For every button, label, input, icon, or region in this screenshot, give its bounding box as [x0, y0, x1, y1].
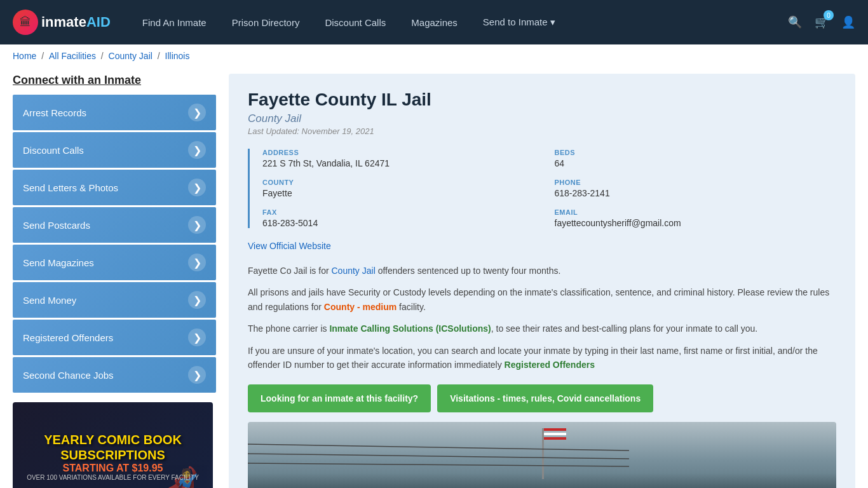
sidebar-item-label: Send Magazines — [23, 257, 94, 268]
main-content: Connect with an Inmate Arrest Records ❯ … — [0, 67, 868, 488]
cart-badge: 0 — [824, 10, 834, 20]
breadcrumb-home[interactable]: Home — [13, 51, 36, 61]
sidebar-item-label: Registered Offenders — [23, 332, 113, 343]
nav-find-inmate[interactable]: Find An Inmate — [142, 17, 207, 28]
breadcrumb-county-jail[interactable]: County Jail — [109, 51, 153, 61]
cart-wrapper[interactable]: 🛒 0 — [815, 15, 829, 29]
county-value: Fayette — [262, 188, 545, 198]
beds-label: BEDS — [555, 149, 837, 156]
connect-title: Connect with an Inmate — [13, 74, 216, 87]
ad-subtitle: SUBSCRIPTIONS — [60, 447, 165, 463]
svg-line-2 — [248, 463, 629, 466]
sidebar-item-send-postcards[interactable]: Send Postcards ❯ — [13, 207, 216, 243]
fax-value: 618-283-5014 — [262, 218, 545, 228]
facility-description: Fayette Co Jail is for County Jail offen… — [248, 264, 836, 372]
visitations-button[interactable]: Visitations - times, rules, Covid cancel… — [437, 384, 653, 412]
description-p1: Fayette Co Jail is for County Jail offen… — [248, 264, 836, 278]
sidebar-item-label: Discount Calls — [23, 145, 84, 156]
action-buttons: Looking for an inmate at this facility? … — [248, 384, 836, 412]
facility-photo — [248, 422, 836, 488]
sidebar-item-label: Send Postcards — [23, 220, 90, 231]
desc-p3-start: The phone carrier is — [248, 323, 329, 334]
address-field: ADDRESS 221 S 7th St, Vandalia, IL 62471 — [262, 149, 545, 168]
ad-title: YEARLY COMIC BOOK — [44, 432, 182, 447]
county-field: COUNTY Fayette — [262, 179, 545, 198]
fax-label: FAX — [262, 208, 545, 216]
phone-field: PHONE 618-283-2141 — [555, 179, 837, 198]
sidebar-item-label: Send Money — [23, 295, 76, 306]
looking-for-inmate-button[interactable]: Looking for an inmate at this facility? — [248, 384, 431, 412]
icsolutions-link[interactable]: Inmate Calling Solutions (ICSolutions) — [329, 323, 491, 334]
desc-p1-start: Fayette Co Jail is for — [248, 266, 332, 276]
registered-offenders-link[interactable]: Registered Offenders — [505, 360, 595, 370]
sidebar-item-second-chance-jobs[interactable]: Second Chance Jobs ❯ — [13, 357, 216, 393]
description-p2: All prisons and jails have Security or C… — [248, 285, 836, 314]
main-header: 🏛 inmateAID Find An Inmate Prison Direct… — [0, 0, 868, 44]
county-jail-link[interactable]: County Jail — [332, 266, 376, 276]
nav-discount-calls[interactable]: Discount Calls — [325, 17, 386, 28]
description-p4: If you are unsure of your inmate's locat… — [248, 344, 836, 372]
sidebar-item-arrest-records[interactable]: Arrest Records ❯ — [13, 95, 216, 130]
address-label: ADDRESS — [262, 149, 545, 156]
email-value: fayettecountysheriff@gmail.com — [555, 218, 837, 228]
arrow-icon: ❯ — [188, 366, 206, 384]
desc-p2-end: facility. — [397, 302, 426, 312]
ad-banner[interactable]: YEARLY COMIC BOOK SUBSCRIPTIONS STARTING… — [13, 402, 213, 488]
sidebar-item-discount-calls[interactable]: Discount Calls ❯ — [13, 132, 216, 168]
arrow-icon: ❯ — [188, 291, 206, 309]
facility-name: Fayette County IL Jail — [248, 90, 836, 110]
county-medium-link[interactable]: County - medium — [324, 302, 397, 312]
sidebar-item-send-money[interactable]: Send Money ❯ — [13, 282, 216, 318]
arrow-icon: ❯ — [188, 141, 206, 159]
sidebar-menu: Arrest Records ❯ Discount Calls ❯ Send L… — [13, 95, 216, 393]
ad-tagline: OVER 100 VARIATIONS AVAILABLE FOR EVERY … — [27, 474, 199, 481]
county-label: COUNTY — [262, 179, 545, 186]
arrow-icon: ❯ — [188, 216, 206, 234]
sidebar-item-send-letters[interactable]: Send Letters & Photos ❯ — [13, 170, 216, 205]
sidebar-item-label: Second Chance Jobs — [23, 370, 114, 381]
logo-text: inmateAID — [41, 14, 111, 30]
breadcrumb-sep3: / — [158, 51, 163, 61]
email-label: EMAIL — [555, 208, 837, 216]
facility-type: County Jail — [248, 112, 836, 125]
breadcrumb-state[interactable]: Illinois — [165, 51, 190, 61]
ad-price: STARTING AT $19.95 — [63, 463, 163, 474]
search-icon[interactable]: 🔍 — [788, 15, 802, 29]
arrow-icon: ❯ — [188, 254, 206, 271]
header-icons: 🔍 🛒 0 👤 — [788, 15, 855, 29]
logo[interactable]: 🏛 inmateAID — [13, 10, 111, 35]
desc-p3-end: , to see their rates and best-calling pl… — [491, 323, 757, 334]
phone-value: 618-283-2141 — [555, 188, 837, 198]
beds-value: 64 — [555, 158, 837, 168]
nav-send-to-inmate[interactable]: Send to Inmate ▾ — [483, 17, 555, 28]
arrow-icon: ❯ — [188, 179, 206, 196]
breadcrumb-sep2: / — [101, 51, 106, 61]
fax-field: FAX 618-283-5014 — [262, 208, 545, 228]
sidebar-item-send-magazines[interactable]: Send Magazines ❯ — [13, 245, 216, 280]
sidebar-item-label: Arrest Records — [23, 107, 86, 118]
facility-info-grid: ADDRESS 221 S 7th St, Vandalia, IL 62471… — [248, 149, 836, 228]
desc-p1-end: offenders sentenced up to twenty four mo… — [376, 266, 561, 276]
address-value: 221 S 7th St, Vandalia, IL 62471 — [262, 158, 545, 168]
sidebar-item-label: Send Letters & Photos — [23, 182, 118, 193]
wires-svg — [248, 422, 836, 488]
breadcrumb-bar: Home / All Facilities / County Jail / Il… — [0, 44, 868, 67]
user-icon[interactable]: 👤 — [841, 15, 855, 29]
nav-magazines[interactable]: Magazines — [411, 17, 458, 28]
sidebar: Connect with an Inmate Arrest Records ❯ … — [13, 74, 216, 488]
arrow-icon: ❯ — [188, 329, 206, 346]
logo-icon: 🏛 — [13, 10, 38, 35]
main-nav: Find An Inmate Prison Directory Discount… — [142, 17, 769, 28]
facility-updated: Last Updated: November 19, 2021 — [248, 126, 836, 136]
facility-detail: Fayette County IL Jail County Jail Last … — [229, 74, 855, 488]
breadcrumb-all-facilities[interactable]: All Facilities — [49, 51, 96, 61]
nav-prison-directory[interactable]: Prison Directory — [232, 17, 300, 28]
breadcrumb-sep1: / — [41, 51, 46, 61]
description-p3: The phone carrier is Inmate Calling Solu… — [248, 322, 836, 336]
arrow-icon: ❯ — [188, 104, 206, 121]
official-website-link[interactable]: View Official Website — [248, 241, 331, 251]
svg-line-1 — [248, 454, 629, 459]
beds-field: BEDS 64 — [555, 149, 837, 168]
breadcrumb: Home / All Facilities / County Jail / Il… — [13, 51, 855, 61]
sidebar-item-registered-offenders[interactable]: Registered Offenders ❯ — [13, 320, 216, 355]
